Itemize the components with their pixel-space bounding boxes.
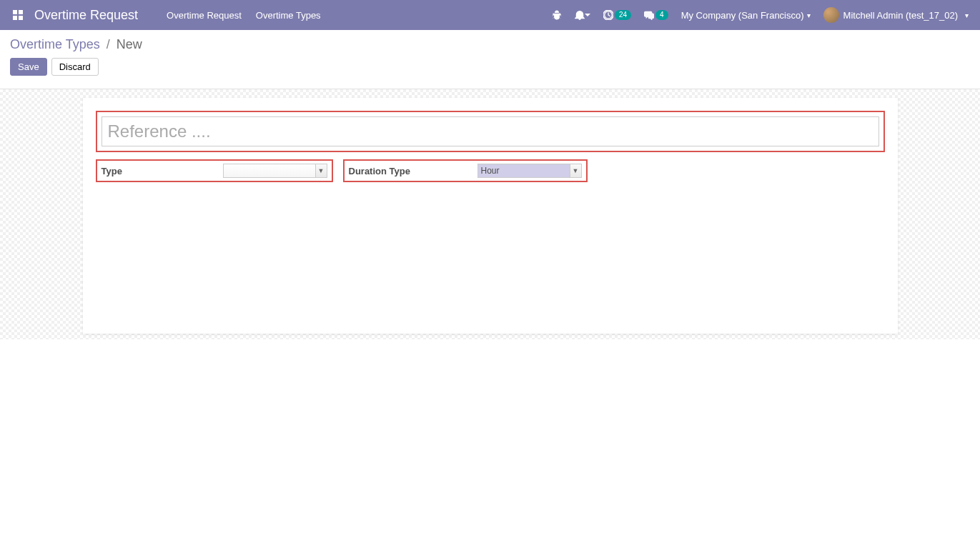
systray: 24 4 My Company (San Francisco) ▾ Mitche… (552, 7, 974, 23)
user-name: Mitchell Admin (test_17_02) (843, 10, 958, 21)
type-label: Type (102, 166, 209, 176)
company-name: My Company (San Francisco) (681, 10, 804, 21)
nav-overtime-request[interactable]: Overtime Request (167, 10, 242, 21)
app-title: Overtime Request (34, 8, 138, 23)
form-row: Type ▼ Duration Type Hour ▼ (96, 159, 885, 182)
action-buttons: Save Discard (10, 58, 970, 76)
chevron-down-icon: ▾ (965, 11, 969, 19)
content-area: Type ▼ Duration Type Hour ▼ (0, 89, 980, 339)
duration-dropdown[interactable]: Hour ▼ (477, 164, 582, 178)
chevron-down-icon: ▼ (315, 164, 327, 177)
reference-highlight (96, 111, 885, 152)
reference-input[interactable] (102, 116, 879, 146)
user-menu[interactable]: Mitchell Admin (test_17_02) ▾ (823, 7, 969, 23)
company-switcher[interactable]: My Company (San Francisco) ▾ (681, 10, 811, 21)
breadcrumb-parent[interactable]: Overtime Types (10, 37, 100, 51)
nav-links: Overtime Request Overtime Types (167, 10, 321, 21)
activities-icon[interactable]: 24 (603, 10, 631, 20)
messaging-badge: 4 (655, 10, 668, 20)
messaging-icon[interactable]: 4 (644, 10, 668, 20)
duration-field-group: Duration Type Hour ▼ (343, 159, 588, 182)
breadcrumb-current: New (117, 37, 142, 51)
chevron-down-icon: ▾ (807, 11, 811, 19)
duration-label: Duration Type (349, 166, 456, 176)
activities-badge: 24 (615, 10, 631, 20)
type-dropdown[interactable]: ▼ (223, 164, 327, 178)
main-navbar: Overtime Request Overtime Request Overti… (0, 0, 980, 30)
discard-button[interactable]: Discard (51, 58, 99, 76)
breadcrumb-separator: / (107, 37, 110, 51)
control-panel: Overtime Types / New Save Discard (0, 30, 980, 81)
apps-icon[interactable] (11, 9, 24, 21)
nav-overtime-types[interactable]: Overtime Types (256, 10, 321, 21)
breadcrumb: Overtime Types / New (10, 37, 970, 52)
notifications-icon[interactable] (575, 10, 590, 20)
avatar (823, 7, 839, 23)
form-sheet: Type ▼ Duration Type Hour ▼ (83, 98, 898, 334)
debug-icon[interactable] (552, 10, 562, 20)
duration-value: Hour (481, 166, 500, 176)
type-field-group: Type ▼ (96, 159, 333, 182)
chevron-down-icon: ▼ (570, 164, 581, 177)
save-button[interactable]: Save (10, 58, 47, 76)
